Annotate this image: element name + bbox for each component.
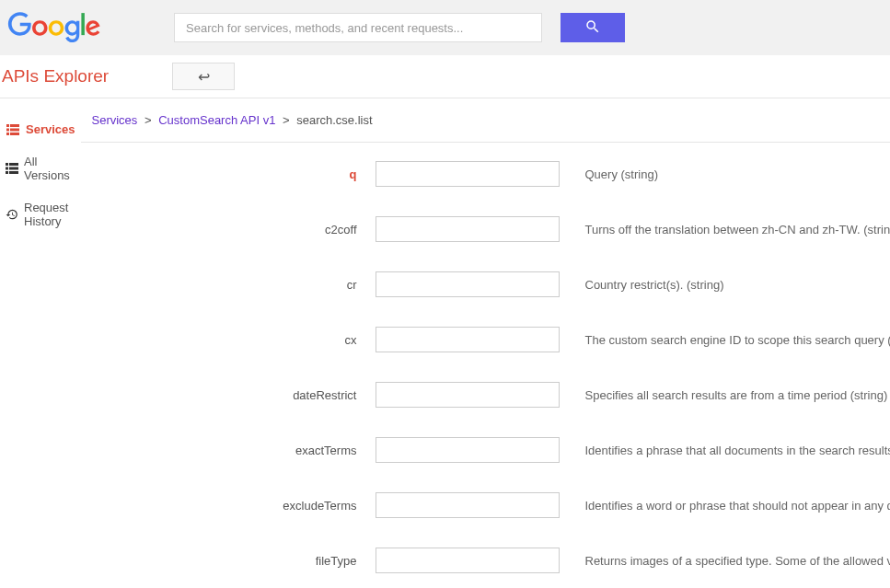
sidebar-item-label: Services [26, 122, 75, 136]
param-row-exactTerms: exactTerms Identifies a phrase that all … [81, 437, 891, 463]
param-input-fileType[interactable] [376, 548, 560, 573]
param-input-c2coff[interactable] [376, 216, 560, 242]
list-icon [6, 123, 20, 136]
breadcrumb-method: search.cse.list [296, 113, 372, 127]
param-input-q[interactable] [376, 161, 560, 187]
breadcrumb-sep: > [283, 113, 290, 127]
param-row-dateRestrict: dateRestrict Specifies all search result… [81, 382, 891, 408]
param-row-fileType: fileType Returns images of a specified t… [81, 548, 891, 573]
param-label: fileType [81, 554, 376, 568]
breadcrumb-sep: > [144, 113, 152, 127]
svg-rect-5 [10, 133, 19, 135]
svg-rect-0 [6, 124, 9, 127]
sidebar-item-label: All Versions [24, 155, 75, 182]
svg-rect-9 [9, 167, 18, 170]
param-input-excludeTerms[interactable] [376, 492, 560, 518]
param-input-exactTerms[interactable] [376, 437, 560, 463]
param-label: c2coff [81, 223, 376, 236]
param-label: cx [81, 333, 376, 347]
header [0, 0, 890, 55]
search-button[interactable] [561, 13, 625, 42]
search-icon [584, 18, 601, 38]
param-desc: Country restrict(s). (string) [585, 278, 724, 292]
svg-rect-3 [10, 128, 19, 131]
sidebar-item-versions[interactable]: All Versions [0, 145, 81, 191]
sidebar-item-services[interactable]: Services [0, 113, 81, 145]
param-desc: Specifies all search results are from a … [585, 388, 888, 402]
breadcrumb-api[interactable]: CustomSearch API v1 [158, 113, 275, 127]
svg-rect-10 [6, 171, 8, 174]
svg-rect-7 [9, 163, 18, 166]
param-row-excludeTerms: excludeTerms Identifies a word or phrase… [81, 492, 891, 518]
param-input-dateRestrict[interactable] [376, 382, 560, 408]
sidebar-item-label: Request History [24, 201, 75, 228]
param-row-c2coff: c2coff Turns off the translation between… [81, 216, 891, 242]
param-label: excludeTerms [81, 499, 376, 513]
svg-rect-1 [10, 124, 19, 127]
param-label: exactTerms [81, 444, 376, 457]
page-title: APIs Explorer [0, 66, 172, 86]
svg-rect-4 [6, 133, 9, 135]
param-desc: Query (string) [585, 167, 658, 181]
param-label: cr [81, 278, 376, 292]
params-list: q Query (string) c2coff Turns off the tr… [81, 143, 891, 573]
param-desc: Identifies a phrase that all documents i… [585, 444, 891, 457]
param-desc: Identifies a word or phrase that should … [585, 499, 891, 513]
param-row-cr: cr Country restrict(s). (string) [81, 271, 891, 297]
breadcrumb-services[interactable]: Services [92, 113, 138, 127]
back-arrow-icon: ↩ [198, 68, 210, 86]
param-desc: Turns off the translation between zh-CN … [585, 223, 891, 236]
sidebar-item-history[interactable]: Request History [0, 191, 81, 237]
list-icon [6, 162, 18, 175]
param-input-cr[interactable] [376, 271, 560, 297]
subheader: APIs Explorer ↩ [0, 55, 890, 98]
param-input-cx[interactable] [376, 327, 560, 352]
param-desc: The custom search engine ID to scope thi… [585, 333, 891, 347]
container: Services All Versions Request History Se… [0, 98, 890, 588]
breadcrumb: Services > CustomSearch API v1 > search.… [81, 113, 891, 143]
svg-rect-11 [9, 171, 18, 174]
param-row-cx: cx The custom search engine ID to scope … [81, 327, 891, 352]
main: Services > CustomSearch API v1 > search.… [81, 98, 891, 588]
sidebar: Services All Versions Request History [0, 98, 81, 588]
svg-rect-8 [6, 167, 8, 170]
google-logo[interactable] [4, 12, 105, 43]
search-input[interactable] [174, 13, 542, 42]
history-icon [6, 208, 18, 221]
param-desc: Returns images of a specified type. Some… [585, 554, 891, 568]
svg-rect-2 [6, 128, 9, 131]
back-button[interactable]: ↩ [172, 63, 235, 90]
svg-rect-6 [6, 163, 8, 166]
param-label: dateRestrict [81, 388, 376, 402]
param-row-q: q Query (string) [81, 161, 891, 187]
param-label: q [81, 167, 376, 181]
